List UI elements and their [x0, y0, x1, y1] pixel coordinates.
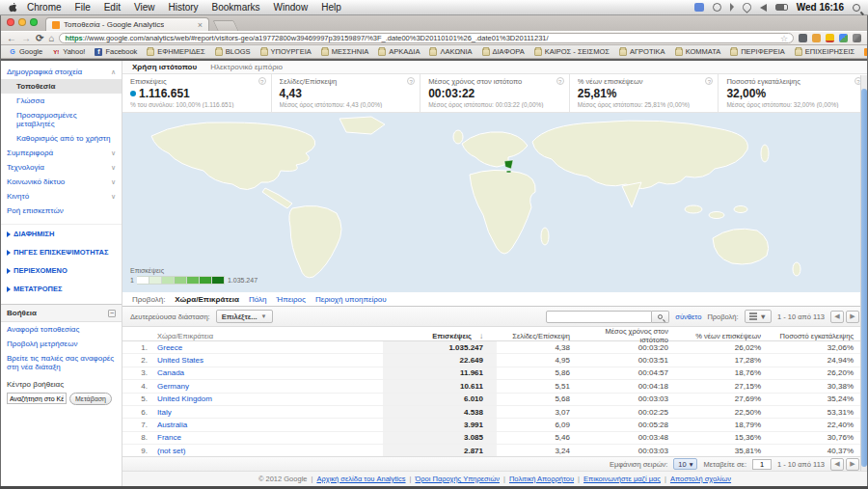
table-view-select[interactable]: ▼ — [745, 310, 772, 323]
help-question-icon[interactable]: ? — [407, 77, 415, 85]
help-search-go-button[interactable]: Μετάβαση — [69, 393, 112, 405]
metric-panel[interactable]: Ποσοστό εγκατάλειψης 32,00% Μέσος όρος ι… — [719, 74, 867, 112]
reload-button[interactable]: ⟳ — [36, 34, 43, 43]
sidebar-section-item[interactable]: ΜΕΤΑΤΡΟΠΕΣ — [1, 280, 122, 298]
wrench-menu-icon[interactable] — [853, 34, 861, 42]
bluetooth-icon[interactable] — [730, 3, 734, 12]
help-link[interactable]: Προβολή μετρήσεων — [1, 337, 122, 351]
bookmark-item[interactable]: ΑΓΡΟΤΙΚΑ — [619, 47, 665, 56]
sidebar-section-item[interactable]: ΔΙΑΦΗΜΙΣΗ — [1, 225, 122, 243]
country-link[interactable]: United States — [151, 356, 383, 365]
new-tab-button[interactable] — [212, 20, 238, 31]
country-link[interactable]: Australia — [151, 421, 383, 429]
help-question-icon[interactable]: ? — [705, 77, 713, 85]
menu-item[interactable]: Window — [274, 2, 309, 13]
sidebar-nav-item[interactable]: Τεχνολογία ∨ — [1, 160, 122, 175]
bookmark-item[interactable]: ΕΦΗΜΕΡΙΔΕΣ — [147, 47, 204, 56]
extension-icon[interactable] — [839, 34, 848, 42]
next-page-button[interactable]: ▶ — [846, 311, 859, 323]
menu-item[interactable]: Help — [321, 2, 341, 13]
view-option[interactable]: Ήπειρος — [277, 295, 306, 304]
back-button[interactable]: ← — [7, 34, 16, 43]
prev-page-button[interactable]: ◀ — [830, 311, 844, 323]
address-bar[interactable]: https ://www.google.com/analytics/web/#r… — [59, 33, 794, 43]
footer-link[interactable]: Αποστολή σχολίων — [670, 475, 731, 483]
menu-item[interactable]: View — [134, 2, 155, 13]
menu-item[interactable]: History — [168, 2, 198, 13]
help-link[interactable]: Βρείτε τις παλιές σας αναφορές στη νέα δ… — [1, 351, 122, 374]
bookmark-item[interactable]: ΔΙΑΦΟΡΑ — [482, 47, 525, 56]
country-link[interactable]: France — [151, 433, 383, 442]
bookmark-item[interactable]: ΚΑΙΡΟΣ - ΣΕΙΣΜΟΣ — [534, 47, 610, 56]
extension-icon[interactable] — [812, 34, 821, 42]
bookmark-item[interactable]: ΛΑΚΩΝΙΑ — [429, 47, 472, 56]
table-search-button[interactable] — [652, 311, 669, 323]
home-button[interactable]: ⌂ — [48, 34, 54, 43]
bookmark-item[interactable]: Yahoo! — [52, 47, 85, 56]
next-page-button[interactable]: ▶ — [846, 458, 859, 471]
help-question-icon[interactable]: ? — [258, 77, 266, 85]
country-link[interactable]: Canada — [151, 368, 383, 377]
battery-icon[interactable] — [775, 4, 788, 11]
extension-icon[interactable] — [799, 34, 807, 42]
help-question-icon[interactable]: ? — [556, 77, 564, 85]
geo-map[interactable]: Επισκέψεις 1 1.035.247 — [122, 113, 867, 292]
footer-link[interactable]: Πολιτική Απορρήτου — [509, 475, 574, 483]
volume-icon[interactable] — [760, 4, 767, 12]
sidebar-nav-item[interactable]: Γλώσσα — [1, 94, 122, 108]
bookmark-item[interactable]: Google — [9, 47, 42, 56]
browser-tab[interactable]: Τοποθεσία - Google Analytics × — [45, 17, 209, 31]
clock-icon[interactable] — [713, 3, 721, 12]
sidebar-nav-item[interactable]: Κοινωνικό δίκτυο ∨ — [1, 175, 122, 189]
country-link[interactable]: Italy — [151, 408, 383, 417]
sidebar-nav-item[interactable]: Τοποθεσία — [1, 79, 122, 94]
bookmark-item[interactable]: Facebook — [95, 47, 137, 56]
view-option[interactable]: Περιοχή υποηπείρου — [315, 295, 387, 304]
footer-link[interactable]: Επικοινωνήστε μαζί μας — [583, 475, 661, 483]
menu-item[interactable]: Edit — [104, 2, 121, 13]
rows-per-page-select[interactable]: 10 ▾ — [673, 458, 697, 470]
menu-item[interactable]: File — [75, 2, 91, 13]
metric-panel[interactable]: Επισκέψεις 1.116.651 % του συνόλου: 100,… — [122, 74, 272, 112]
footer-link[interactable]: Αρχική σελίδα του Analytics — [316, 475, 405, 483]
footer-link[interactable]: Όροι Παροχής Υπηρεσιών — [415, 475, 500, 483]
tab-close-icon[interactable]: × — [198, 21, 203, 29]
sidebar-section-item[interactable]: ΠΗΓΕΣ ΕΠΙΣΚΕΨΙΜΟΤΗΤΑΣ — [1, 243, 122, 261]
bookmark-item[interactable]: BLOGS — [215, 47, 251, 56]
extension-icon[interactable] — [826, 34, 834, 42]
minimize-window-button[interactable] — [18, 18, 26, 26]
sidebar-section-item[interactable]: ΠΕΡΙΕΧΟΜΕΝΟ — [1, 261, 122, 280]
menu-item[interactable]: Chrome — [27, 2, 62, 13]
sidebar-nav-item[interactable]: Συμπεριφορά ∨ — [1, 146, 122, 160]
prev-page-button[interactable]: ◀ — [830, 458, 844, 471]
bookmark-item[interactable]: ΜΕΣΣΗΝΙΑ — [321, 47, 368, 56]
country-link[interactable]: Germany — [151, 382, 383, 391]
menu-item[interactable]: Bookmarks — [212, 2, 260, 13]
country-link[interactable]: United Kingdom — [151, 394, 383, 403]
spotlight-icon[interactable] — [853, 4, 860, 12]
apple-icon[interactable] — [8, 3, 17, 13]
bookmark-item[interactable]: ΠΕΡΙΦΕΡΕΙΑ — [730, 47, 785, 56]
view-option[interactable]: Χώρα/Επικράτεια — [175, 295, 239, 304]
bookmark-star-icon[interactable]: ☆ — [780, 34, 788, 43]
footer-link[interactable]: © 2012 Google — [258, 475, 308, 483]
bookmark-item[interactable]: Analytics — [864, 47, 867, 56]
sidebar-nav-item[interactable]: Ροή επισκεπτών — [1, 204, 122, 218]
help-search-input[interactable] — [7, 393, 67, 404]
zoom-window-button[interactable] — [30, 18, 38, 26]
view-option[interactable]: Πόλη — [249, 295, 267, 304]
close-window-button[interactable] — [7, 18, 14, 26]
secondary-dimension-select[interactable]: Επιλέξτε... ▼ — [216, 310, 273, 323]
report-tab[interactable]: Ηλεκτρονικό εμπόριο — [210, 63, 283, 71]
sidebar-nav-item[interactable]: Καθορισμός από το χρήστη — [1, 131, 122, 146]
bookmark-item[interactable]: ΥΠΟΥΡΓΕΙΑ — [260, 47, 312, 56]
sidebar-nav-item[interactable]: Κινητό ∨ — [1, 189, 122, 204]
sidebar-nav-item[interactable]: Δημογραφικά στοιχεία ∧ — [1, 65, 122, 79]
country-link[interactable]: (not set) — [151, 447, 383, 455]
metric-panel[interactable]: Μέσος χρόνος στον ιστότοπο 00:03:22 Μέσο… — [420, 74, 570, 112]
metric-panel[interactable]: % νέων επισκέψεων 25,81% Μέσος όρος ιστό… — [570, 74, 719, 112]
metric-panel[interactable]: Σελίδες/Επίσκεψη 4,43 Μέσος όρος ιστότοπ… — [272, 74, 421, 112]
sync-icon[interactable] — [694, 3, 704, 12]
bookmark-item[interactable]: ΚΟΜΜΑΤΑ — [675, 47, 721, 56]
bookmark-item[interactable]: ΑΡΚΑΔΙΑ — [378, 47, 420, 56]
